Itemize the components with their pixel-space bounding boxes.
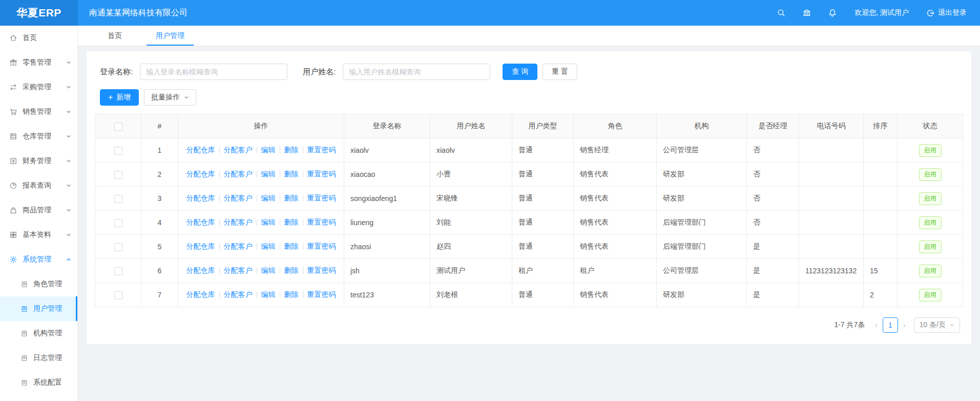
sidebar-item-org-mgmt[interactable]: 机构管理 xyxy=(0,321,77,346)
sidebar-item-system-config[interactable]: 系统配置 xyxy=(0,370,77,395)
row-actions: 分配仓库分配客户编辑删除重置密码 xyxy=(178,138,344,163)
sidebar-item-home[interactable]: 首页 xyxy=(0,26,77,50)
edit-link[interactable]: 编辑 xyxy=(261,218,276,226)
row-checkbox[interactable] xyxy=(114,171,122,179)
edit-link[interactable]: 编辑 xyxy=(261,170,276,178)
reset-password-link[interactable]: 重置密码 xyxy=(307,266,336,274)
edit-link[interactable]: 编辑 xyxy=(261,146,276,154)
query-button[interactable]: 查 询 xyxy=(503,64,537,80)
plus-icon: + xyxy=(108,93,113,102)
assign-customer-link[interactable]: 分配客户 xyxy=(224,146,253,154)
delete-link[interactable]: 删除 xyxy=(284,290,299,298)
sidebar-item-user-mgmt[interactable]: 用户管理 xyxy=(0,296,77,321)
delete-link[interactable]: 删除 xyxy=(284,194,299,202)
pagination-total: 1-7 共7条 xyxy=(834,320,865,330)
page-size-select[interactable]: 10 条/页 xyxy=(914,317,960,333)
cell-login: songxiaofeng1 xyxy=(344,187,430,211)
sidebar-item-label: 首页 xyxy=(23,33,71,43)
cell-phone xyxy=(799,187,864,211)
sidebar-item-purchase[interactable]: 采购管理 xyxy=(0,75,77,99)
cell-org: 公司管理层 xyxy=(657,259,747,283)
cell-org: 后端管理部门 xyxy=(657,211,747,235)
cell-login: test123 xyxy=(344,283,430,307)
edit-link[interactable]: 编辑 xyxy=(261,290,276,298)
bank-icon[interactable] xyxy=(802,8,811,17)
assign-customer-link[interactable]: 分配客户 xyxy=(224,194,253,202)
chevron-down-icon xyxy=(184,95,189,100)
reset-password-link[interactable]: 重置密码 xyxy=(307,170,336,178)
chevron-up-icon xyxy=(66,257,71,262)
status-badge: 启用 xyxy=(919,216,942,229)
sidebar-item-sales[interactable]: 销售管理 xyxy=(0,99,77,124)
cell-type: 普通 xyxy=(512,163,574,187)
col-status: 状态 xyxy=(898,114,963,138)
sidebar-item-warehouse[interactable]: 仓库管理 xyxy=(0,124,77,149)
row-checkbox[interactable] xyxy=(114,291,122,299)
assign-customer-link[interactable]: 分配客户 xyxy=(224,290,253,298)
tab-user-mgmt[interactable]: 用户管理 xyxy=(144,26,196,46)
row-checkbox[interactable] xyxy=(114,219,122,227)
delete-link[interactable]: 删除 xyxy=(284,170,299,178)
bell-icon[interactable] xyxy=(828,8,837,17)
assign-warehouse-link[interactable]: 分配仓库 xyxy=(186,218,215,226)
search-icon[interactable] xyxy=(777,8,786,17)
assign-warehouse-link[interactable]: 分配仓库 xyxy=(186,170,215,178)
chevron-down-icon xyxy=(66,85,71,90)
login-name-input[interactable] xyxy=(140,64,287,80)
sidebar-item-basic-data[interactable]: 基本资料 xyxy=(0,223,77,247)
assign-warehouse-link[interactable]: 分配仓库 xyxy=(186,146,215,154)
user-name-input[interactable] xyxy=(343,64,490,80)
sidebar-item-label: 机构管理 xyxy=(33,329,62,338)
sidebar-item-role-mgmt[interactable]: 角色管理 xyxy=(0,272,77,296)
row-checkbox[interactable] xyxy=(114,267,122,275)
reset-password-link[interactable]: 重置密码 xyxy=(307,146,336,154)
assign-warehouse-link[interactable]: 分配仓库 xyxy=(186,266,215,274)
sidebar-item-finance[interactable]: 财务管理 xyxy=(0,149,77,173)
delete-link[interactable]: 删除 xyxy=(284,266,299,274)
delete-link[interactable]: 删除 xyxy=(284,242,299,250)
reset-password-link[interactable]: 重置密码 xyxy=(307,194,336,202)
assign-warehouse-link[interactable]: 分配仓库 xyxy=(186,242,215,250)
next-page-button[interactable]: › xyxy=(900,321,909,329)
add-button[interactable]: + 新增 xyxy=(100,89,139,106)
tab-home[interactable]: 首页 xyxy=(96,26,133,46)
reset-password-link[interactable]: 重置密码 xyxy=(307,242,336,250)
row-checkbox[interactable] xyxy=(114,195,122,203)
sidebar-item-log-mgmt[interactable]: 日志管理 xyxy=(0,346,77,370)
row-checkbox[interactable] xyxy=(114,243,122,251)
batch-operations-button[interactable]: 批量操作 xyxy=(144,89,196,106)
cell-name: 宋晓锋 xyxy=(430,187,512,211)
assign-warehouse-link[interactable]: 分配仓库 xyxy=(186,290,215,298)
delete-link[interactable]: 删除 xyxy=(284,146,299,154)
row-checkbox[interactable] xyxy=(114,147,122,155)
reset-password-link[interactable]: 重置密码 xyxy=(307,218,336,226)
cell-login: xiaocao xyxy=(344,163,430,187)
sidebar-item-reports[interactable]: 报表查询 xyxy=(0,173,77,198)
cell-org: 研发部 xyxy=(657,163,747,187)
select-all-checkbox[interactable] xyxy=(114,123,122,131)
cell-role: 销售代表 xyxy=(574,283,657,307)
cell-name: 刘老根 xyxy=(430,283,512,307)
sidebar-item-retail[interactable]: 零售管理 xyxy=(0,50,77,75)
login-name-label: 登录名称: xyxy=(100,67,133,77)
page-number-button[interactable]: 1 xyxy=(883,317,898,333)
assign-customer-link[interactable]: 分配客户 xyxy=(224,242,253,250)
edit-link[interactable]: 编辑 xyxy=(261,242,276,250)
batch-button-label: 批量操作 xyxy=(151,93,180,102)
reset-button[interactable]: 重 置 xyxy=(543,64,577,80)
prev-page-button[interactable]: ‹ xyxy=(872,321,881,329)
reset-password-link[interactable]: 重置密码 xyxy=(307,290,336,298)
gear-icon xyxy=(9,255,17,264)
row-actions: 分配仓库分配客户编辑删除重置密码 xyxy=(178,187,344,211)
sidebar-item-goods[interactable]: 商品管理 xyxy=(0,198,77,223)
delete-link[interactable]: 删除 xyxy=(284,218,299,226)
edit-link[interactable]: 编辑 xyxy=(261,194,276,202)
assign-customer-link[interactable]: 分配客户 xyxy=(224,218,253,226)
document-icon xyxy=(20,305,28,313)
assign-warehouse-link[interactable]: 分配仓库 xyxy=(186,194,215,202)
assign-customer-link[interactable]: 分配客户 xyxy=(224,170,253,178)
logout-button[interactable]: 退出登录 xyxy=(926,8,967,17)
sidebar-item-system[interactable]: 系统管理 xyxy=(0,247,77,272)
edit-link[interactable]: 编辑 xyxy=(261,266,276,274)
assign-customer-link[interactable]: 分配客户 xyxy=(224,266,253,274)
